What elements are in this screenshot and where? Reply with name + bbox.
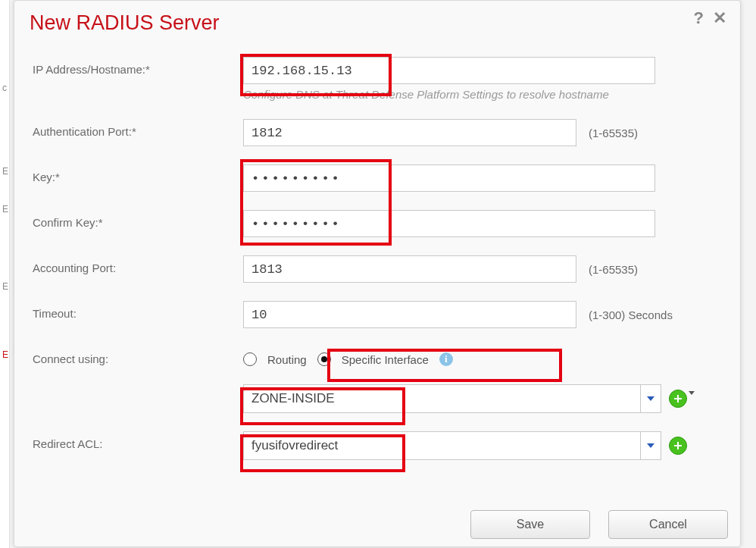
help-icon[interactable]: ? — [694, 8, 704, 28]
cancel-button[interactable]: Cancel — [608, 510, 728, 539]
close-icon[interactable]: ✕ — [713, 8, 726, 28]
redirect-acl-value: fyusifovredirect — [244, 438, 640, 453]
add-acl-button[interactable] — [669, 437, 687, 455]
specific-interface-radio-label: Specific Interface — [342, 353, 429, 366]
timeout-label: Timeout: — [33, 301, 243, 320]
redirect-acl-label: Redirect ACL: — [33, 431, 243, 450]
confirm-key-input[interactable] — [243, 210, 655, 237]
auth-port-input[interactable] — [243, 119, 576, 146]
key-input[interactable] — [243, 164, 655, 192]
routing-radio[interactable] — [243, 352, 257, 366]
add-zone-menu-icon[interactable] — [689, 391, 695, 395]
timeout-input[interactable] — [243, 301, 576, 328]
dialog-new-radius-server: New RADIUS Server ? ✕ IP Address/Hostnam… — [14, 0, 741, 547]
chevron-down-icon[interactable] — [640, 385, 661, 412]
ip-hostname-hint: Configure DNS at Threat Defense Platform… — [243, 88, 660, 101]
interface-zone-select[interactable]: ZONE-INSIDE — [243, 384, 661, 413]
ip-hostname-input[interactable] — [243, 57, 655, 84]
connect-using-label: Connect using: — [33, 346, 243, 365]
confirm-key-label: Confirm Key:* — [33, 210, 243, 229]
acct-port-range: (1-65535) — [576, 255, 638, 276]
redirect-acl-select[interactable]: fyusifovredirect — [243, 431, 661, 460]
auth-port-range: (1-65535) — [576, 119, 638, 139]
key-label: Key:* — [33, 164, 243, 183]
interface-zone-value: ZONE-INSIDE — [244, 391, 640, 406]
dialog-title: New RADIUS Server — [30, 11, 220, 34]
chevron-down-icon[interactable] — [640, 432, 661, 459]
specific-interface-radio[interactable] — [317, 352, 331, 366]
info-icon[interactable]: i — [439, 352, 453, 366]
ip-hostname-label: IP Address/Hostname:* — [33, 57, 243, 76]
save-button[interactable]: Save — [470, 510, 590, 539]
acct-port-input[interactable] — [243, 255, 576, 283]
auth-port-label: Authentication Port:* — [33, 119, 243, 138]
acct-port-label: Accounting Port: — [33, 255, 243, 274]
routing-radio-label: Routing — [267, 353, 307, 366]
add-zone-button[interactable] — [669, 390, 687, 408]
timeout-range: (1-300) Seconds — [576, 301, 679, 321]
